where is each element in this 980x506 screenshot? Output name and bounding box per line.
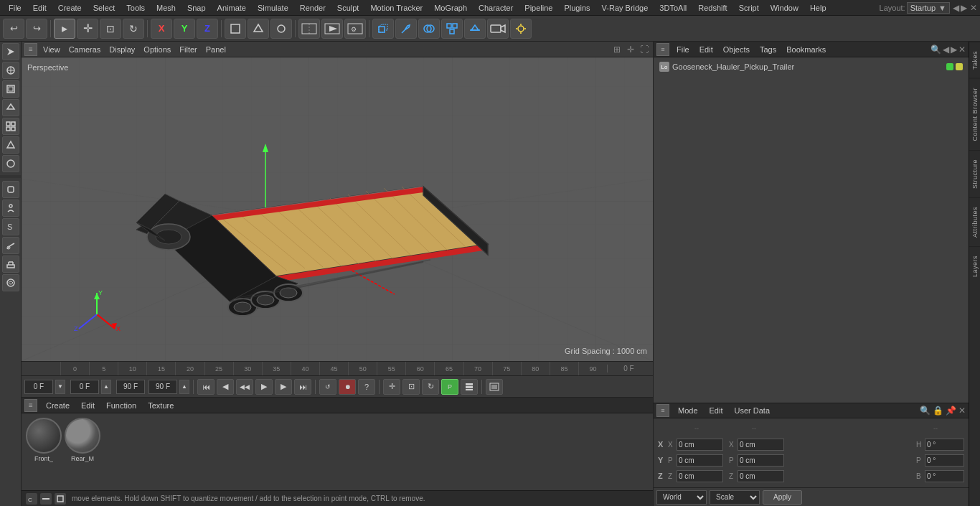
menu-simulate[interactable]: Simulate (252, 2, 294, 14)
timeline-mark-90[interactable]: 90 (578, 362, 607, 376)
current-frame-up[interactable]: ▲ (101, 380, 111, 394)
tool-11[interactable] (2, 237, 19, 254)
viewport-move-icon[interactable]: ✛ (625, 44, 636, 55)
layout-back-icon[interactable]: ◀ (953, 3, 959, 13)
tool-13[interactable] (2, 274, 19, 291)
attr-menu-icon[interactable]: ≡ (656, 404, 669, 417)
attr-lock-icon[interactable]: 🔒 (933, 406, 943, 416)
tool-8[interactable] (2, 181, 19, 198)
menu-motion-tracker[interactable]: Motion Tracker (364, 2, 428, 14)
viewport-menu-options[interactable]: Options (141, 44, 174, 55)
timeline-mark-80[interactable]: 80 (521, 362, 550, 376)
start-frame-input[interactable] (24, 380, 53, 394)
viewport-fullscreen-icon[interactable]: ⛶ (639, 44, 650, 55)
loop-button[interactable]: ↺ (319, 379, 336, 395)
tab-structure[interactable]: Structure (969, 150, 980, 197)
attr-more-icon[interactable]: ✕ (958, 406, 966, 416)
cloner-button[interactable] (441, 19, 463, 39)
poly-edit-button[interactable] (248, 19, 269, 39)
attr-edit-menu[interactable]: Edit (707, 405, 726, 416)
scale-tool-button[interactable]: ⊡ (100, 19, 121, 39)
tool-4[interactable] (2, 99, 19, 116)
status-minimize[interactable] (40, 493, 52, 505)
viewport-menu-filter[interactable]: Filter (176, 44, 199, 55)
attr-search-icon[interactable]: 🔍 (920, 406, 930, 416)
timeline-mark-35[interactable]: 35 (262, 362, 291, 376)
attr-pin-icon[interactable]: 📌 (946, 406, 956, 416)
objects-back-icon[interactable]: ◀ (943, 44, 949, 55)
motion-clip-button[interactable]: P (441, 379, 458, 395)
model-mode-button[interactable] (225, 19, 246, 39)
render-region-button[interactable] (298, 19, 320, 39)
play-button[interactable]: ▶ (255, 379, 273, 395)
menu-script[interactable]: Script (733, 2, 765, 14)
viewport[interactable]: Perspective X Z Y Grid Spacing : 1000 cm (22, 57, 653, 361)
menu-file[interactable]: File (3, 2, 27, 14)
viewport-menu-view[interactable]: View (40, 44, 63, 55)
layout-forward-icon[interactable]: ▶ (961, 3, 967, 13)
material-edit-menu[interactable]: Edit (78, 400, 98, 411)
goto-end-button[interactable]: ⏭ (294, 379, 311, 395)
axis-z-button[interactable]: Z (197, 19, 218, 39)
tab-content-browser[interactable]: Content Browser (969, 78, 980, 150)
render-picture-button[interactable] (321, 19, 343, 39)
tree-item-trailer[interactable]: Lo Gooseneck_Hauler_Pickup_Trailer (656, 60, 966, 73)
coord-system-select[interactable]: World Object Camera (656, 490, 707, 505)
objects-edit-menu[interactable]: Edit (697, 44, 716, 55)
attr-z-input2[interactable] (738, 470, 784, 482)
timeline-mark-70[interactable]: 70 (463, 362, 492, 376)
timeline-mark-20[interactable]: 20 (175, 362, 204, 376)
tab-layers[interactable]: Layers (969, 246, 980, 286)
objects-objects-menu[interactable]: Objects (720, 44, 753, 55)
render-settings-button[interactable]: ⚙ (344, 19, 366, 39)
menu-mograph[interactable]: MoGraph (428, 2, 473, 14)
menu-plugins[interactable]: Plugins (558, 2, 595, 14)
menu-edit[interactable]: Edit (27, 2, 52, 14)
objects-panel-menu-icon[interactable]: ≡ (656, 43, 669, 56)
menu-vray[interactable]: V-Ray Bridge (596, 2, 654, 14)
timeline-mark-5[interactable]: 5 (89, 362, 118, 376)
attr-mode-menu[interactable]: Mode (675, 405, 701, 416)
timeline-mark-45[interactable]: 45 (319, 362, 348, 376)
select-tool-button[interactable]: ▸ (54, 19, 75, 39)
tool-12[interactable] (2, 256, 19, 273)
menu-render[interactable]: Render (294, 2, 331, 14)
viewport-expand-icon[interactable]: ⊞ (611, 44, 623, 55)
undo-button[interactable]: ↩ (3, 19, 24, 39)
tool-7[interactable] (2, 155, 19, 172)
snap-rotate-button[interactable]: ↻ (422, 379, 439, 395)
autokey-button[interactable]: ? (358, 379, 375, 395)
menu-3dtoall[interactable]: 3DToAll (654, 2, 692, 14)
object-visible-dot[interactable] (946, 63, 953, 70)
tool-2[interactable] (2, 62, 19, 79)
viewport-menu-icon[interactable]: ≡ (24, 43, 37, 56)
tool-10[interactable]: S (2, 218, 19, 235)
attr-y-input2[interactable] (738, 454, 784, 467)
axis-x-button[interactable]: X (151, 19, 172, 39)
record-button[interactable]: ⏺ (339, 379, 356, 395)
menu-animate[interactable]: Animate (212, 2, 252, 14)
tool-3[interactable] (2, 80, 19, 98)
timeline-mark-30[interactable]: 30 (233, 362, 262, 376)
menu-help[interactable]: Help (804, 2, 832, 14)
timeline-mark-60[interactable]: 60 (405, 362, 434, 376)
timeline[interactable]: 0 5 10 15 20 25 30 35 40 45 50 55 60 65 … (22, 361, 653, 375)
objects-forward-icon[interactable]: ▶ (951, 44, 957, 55)
viewport-menu-display[interactable]: Display (106, 44, 138, 55)
light-button[interactable] (510, 19, 532, 39)
timeline-mark-0[interactable]: 0 (60, 362, 89, 376)
timeline-mark-25[interactable]: 25 (204, 362, 233, 376)
end-frame-up[interactable]: ▲ (179, 380, 189, 394)
material-menu-icon[interactable]: ≡ (24, 399, 37, 412)
timeline-mark-65[interactable]: 65 (434, 362, 463, 376)
apply-button[interactable]: Apply (763, 490, 802, 505)
goto-start-button[interactable]: ⏮ (197, 379, 215, 395)
next-frame-button[interactable]: ▶ (275, 379, 292, 395)
menu-select[interactable]: Select (88, 2, 121, 14)
cinema4d-icon[interactable]: C (26, 493, 37, 505)
timeline-mark-55[interactable]: 55 (377, 362, 405, 376)
snap-scale-button[interactable]: ⊡ (402, 379, 420, 395)
axis-y-button[interactable]: Y (174, 19, 195, 39)
timeline-mark-10[interactable]: 10 (118, 362, 146, 376)
timeline-mark-50[interactable]: 50 (348, 362, 377, 376)
